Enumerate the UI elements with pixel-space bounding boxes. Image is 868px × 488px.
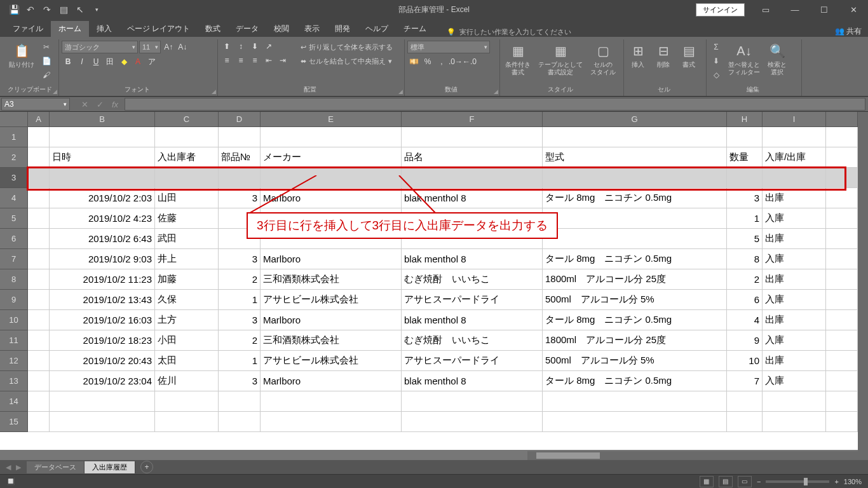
- cell[interactable]: [28, 147, 50, 168]
- cell[interactable]: 加藤: [155, 269, 219, 290]
- col-header[interactable]: H: [727, 112, 763, 127]
- sort-filter-button[interactable]: A↓並べ替えと フィルター: [726, 41, 763, 78]
- paste-button[interactable]: 📋貼り付け: [6, 41, 37, 70]
- cell[interactable]: [261, 412, 402, 432]
- cell[interactable]: [28, 168, 50, 188]
- cell[interactable]: [155, 168, 219, 188]
- cell[interactable]: 5: [727, 229, 763, 249]
- cell[interactable]: 太田: [155, 351, 219, 371]
- tab-home[interactable]: ホーム: [51, 21, 89, 37]
- col-header[interactable]: G: [543, 112, 727, 127]
- cell[interactable]: 1: [219, 290, 261, 310]
- cell[interactable]: 数量: [727, 147, 763, 168]
- cell[interactable]: [261, 168, 402, 188]
- indent-inc-icon[interactable]: ⇥: [276, 55, 289, 66]
- cell[interactable]: [28, 127, 50, 147]
- cell[interactable]: [402, 127, 543, 147]
- cell[interactable]: 4: [727, 310, 763, 330]
- cell[interactable]: [543, 391, 727, 412]
- row-header[interactable]: 4: [0, 188, 28, 208]
- sheet-nav-first-icon[interactable]: ◀: [4, 463, 13, 471]
- inc-decimal-icon[interactable]: .0→: [449, 56, 462, 67]
- cell[interactable]: 500ml アルコール分 5%: [543, 290, 727, 310]
- zoom-slider[interactable]: [766, 480, 829, 483]
- cell[interactable]: 入庫: [763, 371, 826, 391]
- cell[interactable]: 三和酒類株式会社: [261, 269, 402, 290]
- cell[interactable]: 入庫: [763, 208, 826, 229]
- cell[interactable]: [763, 168, 826, 188]
- cell[interactable]: [543, 208, 727, 229]
- format-painter-icon[interactable]: 🖌: [39, 69, 53, 81]
- row-header[interactable]: 3: [0, 168, 28, 188]
- minimize-icon[interactable]: —: [780, 0, 810, 19]
- cell[interactable]: 入庫/出庫: [763, 147, 826, 168]
- fill-icon[interactable]: ⬇: [709, 55, 723, 67]
- dialog-launcher-icon[interactable]: ◢: [53, 88, 57, 95]
- wrap-text-button[interactable]: ↩折り返して全体を表示する: [297, 41, 397, 53]
- bold-button[interactable]: B: [62, 56, 74, 67]
- cell[interactable]: [727, 412, 763, 432]
- cell[interactable]: 品名: [402, 147, 543, 168]
- save-icon[interactable]: 💾: [6, 2, 22, 17]
- col-header[interactable]: [826, 112, 858, 127]
- fill-color-button[interactable]: ◆: [118, 56, 130, 67]
- row-header[interactable]: 8: [0, 269, 28, 290]
- close-icon[interactable]: ✕: [839, 0, 868, 19]
- dialog-launcher-icon[interactable]: ◢: [494, 88, 498, 95]
- cell[interactable]: 2019/10/2 23:04: [50, 371, 155, 391]
- cell[interactable]: メーカー: [261, 147, 402, 168]
- cell[interactable]: [28, 371, 50, 391]
- tellme-search[interactable]: 💡実行したい作業を入力してください: [447, 27, 571, 37]
- cell[interactable]: 山田: [155, 188, 219, 208]
- cell[interactable]: 2019/10/2 20:43: [50, 351, 155, 371]
- cell[interactable]: 佐川: [155, 371, 219, 391]
- cell[interactable]: [826, 188, 858, 208]
- conditional-format-button[interactable]: ▦条件付き 書式: [503, 41, 533, 78]
- cell[interactable]: [727, 168, 763, 188]
- phonetic-button[interactable]: ア: [146, 56, 158, 67]
- cell[interactable]: [155, 127, 219, 147]
- signin-button[interactable]: サインイン: [696, 3, 745, 17]
- tab-help[interactable]: ヘルプ: [358, 21, 396, 37]
- cell[interactable]: アサヒビール株式会社: [261, 290, 402, 310]
- number-format-combo[interactable]: 標準: [407, 41, 490, 53]
- cell[interactable]: 500ml アルコール分 5%: [543, 351, 727, 371]
- cell[interactable]: [543, 412, 727, 432]
- cell[interactable]: [826, 412, 858, 432]
- cell[interactable]: 1800ml アルコール分 25度: [543, 269, 727, 290]
- cell[interactable]: [219, 168, 261, 188]
- touch-icon[interactable]: ▤: [56, 2, 71, 17]
- cell[interactable]: 日時: [50, 147, 155, 168]
- cell[interactable]: タール 8mg ニコチン 0.5mg: [543, 371, 727, 391]
- border-button[interactable]: 田: [104, 56, 116, 67]
- cell[interactable]: [28, 188, 50, 208]
- tab-formula[interactable]: 数式: [198, 21, 228, 37]
- cell[interactable]: [763, 127, 826, 147]
- cell[interactable]: blak menthol 8: [402, 371, 543, 391]
- cell[interactable]: 出庫: [763, 310, 826, 330]
- dec-decimal-icon[interactable]: ←.0: [463, 56, 476, 67]
- cell[interactable]: [826, 371, 858, 391]
- view-normal-icon[interactable]: ▦: [700, 476, 714, 487]
- cell-styles-button[interactable]: ▢セルの スタイル: [588, 41, 618, 78]
- cell[interactable]: [28, 208, 50, 229]
- col-header[interactable]: I: [763, 112, 826, 127]
- row-header[interactable]: 14: [0, 391, 28, 412]
- cell[interactable]: [826, 391, 858, 412]
- cell[interactable]: 9: [727, 330, 763, 351]
- sheet-tab-database[interactable]: データベース: [27, 461, 85, 473]
- cancel-formula-icon[interactable]: ✕: [78, 98, 92, 111]
- cell[interactable]: [28, 412, 50, 432]
- underline-button[interactable]: U: [90, 56, 102, 67]
- cell[interactable]: [28, 330, 50, 351]
- cell[interactable]: [543, 127, 727, 147]
- cell[interactable]: 型式: [543, 147, 727, 168]
- cell[interactable]: 入庫: [763, 290, 826, 310]
- cell[interactable]: 2: [219, 269, 261, 290]
- indent-dec-icon[interactable]: ⇤: [262, 55, 275, 66]
- align-top-icon[interactable]: ⬆: [220, 41, 233, 52]
- cell[interactable]: 3: [219, 188, 261, 208]
- maximize-icon[interactable]: ☐: [810, 0, 839, 19]
- percent-icon[interactable]: %: [421, 56, 434, 67]
- cell[interactable]: [155, 391, 219, 412]
